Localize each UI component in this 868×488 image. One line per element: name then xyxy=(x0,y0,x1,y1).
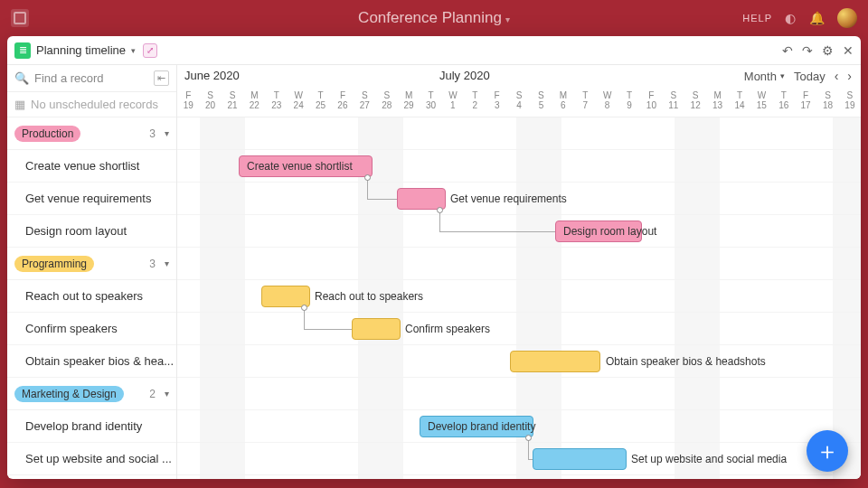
unscheduled-label: No unscheduled records xyxy=(31,98,158,111)
undo-icon[interactable]: ↶ xyxy=(782,43,793,58)
day-column-header: T14 xyxy=(729,90,750,117)
bar-label: Set up website and social media xyxy=(631,453,787,465)
chevron-down-icon: ▾ xyxy=(505,14,510,24)
day-column-header: W15 xyxy=(750,90,772,117)
group-header[interactable]: Production3▾ xyxy=(7,117,176,150)
unscheduled-row[interactable]: ▦ No unscheduled records xyxy=(7,92,176,117)
timeline-bar[interactable]: Develop brand identity xyxy=(420,416,533,437)
grid-icon: ▦ xyxy=(14,98,25,111)
task-row[interactable]: Design room layout xyxy=(7,215,176,248)
day-column-header: S27 xyxy=(354,90,375,117)
chevron-down-icon[interactable]: ▾ xyxy=(165,258,169,268)
day-column-header: S12 xyxy=(684,90,706,117)
timeline-bar[interactable]: Design room layout xyxy=(555,221,642,242)
day-column-header: S4 xyxy=(508,90,530,117)
day-column-header: T25 xyxy=(309,90,331,117)
month-label: June 2020 xyxy=(184,69,240,82)
day-column-header: T7 xyxy=(574,90,596,117)
day-column-header: M29 xyxy=(398,90,420,117)
gear-icon[interactable]: ⚙ xyxy=(822,43,834,58)
group-pill: Programming xyxy=(14,256,94,272)
next-icon[interactable]: › xyxy=(847,69,852,83)
view-name[interactable]: Planning timeline xyxy=(36,43,126,57)
collapse-sidebar-icon[interactable]: ⇤ xyxy=(154,70,169,86)
day-column-header: M13 xyxy=(706,90,728,117)
day-column-header: W24 xyxy=(288,90,309,117)
day-column-header: S5 xyxy=(530,90,552,117)
day-column-header: T23 xyxy=(266,90,288,117)
task-row[interactable]: Set up website and social ... xyxy=(7,443,176,475)
group-header[interactable]: Marketing & Design2▾ xyxy=(7,378,176,410)
task-row[interactable]: Develop brand identity xyxy=(7,410,176,443)
search-icon: 🔍 xyxy=(14,71,29,85)
base-title[interactable]: Conference Planning▾ xyxy=(358,9,510,27)
day-column-header: W1 xyxy=(442,90,464,117)
month-label: July 2020 xyxy=(439,69,490,82)
task-row[interactable]: Create venue shortlist xyxy=(7,150,176,183)
day-column-header: S20 xyxy=(199,90,221,117)
bar-label: Reach out to speakers xyxy=(315,290,423,303)
bar-label: Confirm speakers xyxy=(405,323,490,335)
day-column-header: F26 xyxy=(332,90,354,117)
timeline-bar[interactable] xyxy=(510,351,600,372)
close-icon[interactable]: ✕ xyxy=(843,43,854,58)
add-button[interactable]: ＋ xyxy=(807,430,848,472)
day-column-header: S28 xyxy=(376,90,398,117)
day-column-header: T30 xyxy=(420,90,441,117)
day-column-header: M6 xyxy=(552,90,574,117)
timeline-bar[interactable] xyxy=(533,448,627,470)
task-row[interactable]: Confirm speakers xyxy=(7,313,176,345)
day-column-header: W8 xyxy=(596,90,618,117)
expand-icon[interactable]: ⤢ xyxy=(143,43,157,58)
timeline-bar[interactable]: Create venue shortlist xyxy=(239,155,373,177)
app-logo[interactable] xyxy=(11,9,29,27)
chevron-down-icon[interactable]: ▾ xyxy=(131,46,136,55)
search-row[interactable]: 🔍 Find a record ⇤ xyxy=(7,65,176,92)
day-column-header: T9 xyxy=(618,90,640,117)
sidebar: 🔍 Find a record ⇤ ▦ No unscheduled recor… xyxy=(7,65,177,479)
group-count: 2 xyxy=(149,388,156,400)
connector-dot xyxy=(525,435,532,441)
timeline-bar[interactable] xyxy=(352,318,401,340)
timeline-header: June 2020July 2020 Month▾ Today ‹ › F19S… xyxy=(177,65,861,117)
chevron-down-icon[interactable]: ▾ xyxy=(165,389,169,399)
chevron-down-icon[interactable]: ▾ xyxy=(165,128,169,138)
day-column-header: F3 xyxy=(486,90,507,117)
search-placeholder: Find a record xyxy=(34,71,104,85)
day-column-header: S18 xyxy=(816,90,838,117)
timeline-body[interactable]: Create venue shortlistGet venue requirem… xyxy=(177,117,861,479)
help-icon[interactable]: ◐ xyxy=(785,11,797,25)
task-row[interactable]: Reach out to speakers xyxy=(7,280,176,313)
bar-label: Get venue requirements xyxy=(450,192,567,205)
prev-icon[interactable]: ‹ xyxy=(835,69,839,83)
scale-selector[interactable]: Month▾ xyxy=(744,70,785,83)
day-column-header: S19 xyxy=(839,90,861,117)
connector-dot xyxy=(437,207,443,213)
day-column-header: T2 xyxy=(464,90,486,117)
day-column-header: S21 xyxy=(222,90,243,117)
day-column-header: F10 xyxy=(640,90,662,117)
card-header: ≣ Planning timeline ▾ ⤢ ↶ ↷ ⚙ ✕ xyxy=(7,36,861,65)
day-column-header: T16 xyxy=(773,90,795,117)
timeline-card: ≣ Planning timeline ▾ ⤢ ↶ ↷ ⚙ ✕ 🔍 Find a… xyxy=(7,36,861,479)
group-pill: Production xyxy=(14,126,80,142)
task-row[interactable]: Get venue requirements xyxy=(7,183,176,215)
timeline-area[interactable]: June 2020July 2020 Month▾ Today ‹ › F19S… xyxy=(177,65,861,479)
help-link[interactable]: HELP xyxy=(742,13,772,23)
redo-icon[interactable]: ↷ xyxy=(802,43,813,58)
bar-label: Obtain speaker bios & headshots xyxy=(606,355,766,368)
day-column-header: S11 xyxy=(663,90,684,117)
connector-dot xyxy=(301,305,307,311)
group-count: 3 xyxy=(149,258,156,270)
app-topbar: Conference Planning▾ HELP ◐ 🔔 xyxy=(0,0,868,36)
task-row[interactable]: Obtain speaker bios & hea... xyxy=(7,345,176,378)
gantt-icon: ≣ xyxy=(14,42,31,59)
day-column-header: F17 xyxy=(795,90,816,117)
avatar[interactable] xyxy=(837,8,857,28)
today-button[interactable]: Today xyxy=(794,70,826,83)
group-count: 3 xyxy=(149,127,156,140)
notifications-icon[interactable]: 🔔 xyxy=(809,11,826,25)
day-column-header: M22 xyxy=(243,90,265,117)
group-header[interactable]: Programming3▾ xyxy=(7,248,176,280)
connector-dot xyxy=(364,174,371,181)
